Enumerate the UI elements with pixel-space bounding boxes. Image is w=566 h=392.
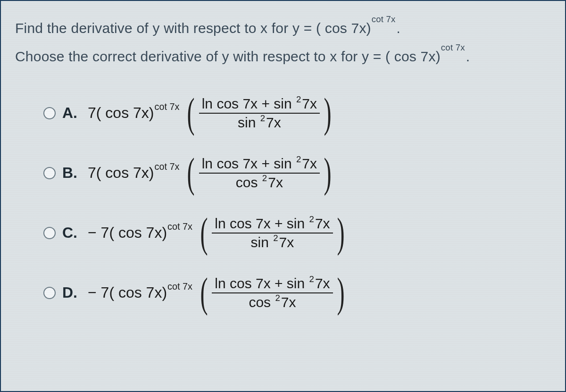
coef-a: 7( cos 7x) xyxy=(88,104,154,122)
radio-d[interactable] xyxy=(43,287,56,299)
den-c-2: 7x xyxy=(279,234,294,250)
options-group: A. 7( cos 7x)cot 7x ( ln cos 7x + sin 27… xyxy=(15,88,551,317)
prompt-exponent: cot 7x xyxy=(372,14,396,24)
num-c-1: ln cos 7x + sin xyxy=(215,216,305,232)
num-d-2: 7x xyxy=(315,275,330,292)
subprompt-text: Choose the correct derivative of y with … xyxy=(15,49,441,64)
option-letter-d: D. xyxy=(62,284,81,301)
option-c[interactable]: C. − 7( cos 7x)cot 7x ( ln cos 7x + sin … xyxy=(43,208,551,258)
coef-d: − 7( cos 7x) xyxy=(88,284,167,301)
den-a-1: sin xyxy=(238,115,256,131)
exp-c: cot 7x xyxy=(167,221,192,232)
option-b[interactable]: B. 7( cos 7x)cot 7x ( ln cos 7x + sin 27… xyxy=(43,148,551,198)
option-a[interactable]: A. 7( cos 7x)cot 7x ( ln cos 7x + sin 27… xyxy=(43,88,551,138)
radio-c[interactable] xyxy=(43,227,56,239)
fraction-c: ln cos 7x + sin 27x sin 27x xyxy=(212,215,333,251)
coef-c: − 7( cos 7x) xyxy=(88,224,167,242)
fraction-d: ln cos 7x + sin 27x cos 27x xyxy=(212,275,333,311)
den-a-2: 7x xyxy=(266,115,281,131)
option-letter-b: B. xyxy=(62,164,81,182)
question-page: Find the derivative of y with respect to… xyxy=(0,0,566,392)
exp-d: cot 7x xyxy=(167,281,192,292)
fraction-a: ln cos 7x + sin 27x sin 27x xyxy=(199,95,320,132)
option-d-expression: − 7( cos 7x)cot 7x ( ln cos 7x + sin 27x… xyxy=(88,275,348,311)
den-a-sup: 2 xyxy=(260,113,265,124)
den-d-sup: 2 xyxy=(275,293,280,303)
den-c-1: sin xyxy=(251,234,269,250)
radio-a[interactable] xyxy=(43,107,56,119)
left-paren-icon: ( xyxy=(187,99,195,128)
option-d[interactable]: D. − 7( cos 7x)cot 7x ( ln cos 7x + sin … xyxy=(43,268,551,317)
den-d-1: cos xyxy=(249,294,271,310)
num-b-1: ln cos 7x + sin xyxy=(202,156,292,172)
den-c-sup: 2 xyxy=(273,233,278,243)
question-prompt: Find the derivative of y with respect to… xyxy=(15,20,551,36)
subprompt-exponent: cot 7x xyxy=(441,42,465,52)
num-b-2: 7x xyxy=(302,156,317,172)
den-b-1: cos xyxy=(236,175,258,191)
num-a-sup: 2 xyxy=(296,94,301,105)
question-subprompt: Choose the correct derivative of y with … xyxy=(15,48,551,65)
den-b-sup: 2 xyxy=(262,173,267,183)
option-b-expression: 7( cos 7x)cot 7x ( ln cos 7x + sin 27x c… xyxy=(88,155,334,192)
right-paren-icon: ) xyxy=(337,278,344,308)
num-a-1: ln cos 7x + sin xyxy=(202,96,292,112)
option-c-expression: − 7( cos 7x)cot 7x ( ln cos 7x + sin 27x… xyxy=(88,215,348,251)
num-c-sup: 2 xyxy=(309,214,314,225)
coef-b: 7( cos 7x) xyxy=(88,164,154,182)
left-paren-icon: ( xyxy=(187,158,195,188)
prompt-text: Find the derivative of y with respect to… xyxy=(15,20,371,36)
num-d-1: ln cos 7x + sin xyxy=(215,275,305,292)
den-b-2: 7x xyxy=(268,175,283,191)
fraction-b: ln cos 7x + sin 27x cos 27x xyxy=(199,155,320,192)
den-d-2: 7x xyxy=(281,294,296,310)
exp-a: cot 7x xyxy=(154,101,179,112)
option-a-expression: 7( cos 7x)cot 7x ( ln cos 7x + sin 27x s… xyxy=(88,95,334,132)
right-paren-icon: ) xyxy=(337,218,344,248)
num-b-sup: 2 xyxy=(296,154,301,165)
right-paren-icon: ) xyxy=(324,99,332,128)
radio-b[interactable] xyxy=(43,167,56,179)
left-paren-icon: ( xyxy=(200,278,208,308)
num-c-2: 7x xyxy=(315,216,330,232)
option-letter-c: C. xyxy=(62,224,81,242)
right-paren-icon: ) xyxy=(324,158,332,188)
option-letter-a: A. xyxy=(62,104,81,122)
exp-b: cot 7x xyxy=(154,161,179,172)
num-a-2: 7x xyxy=(302,96,317,112)
left-paren-icon: ( xyxy=(200,218,208,248)
num-d-sup: 2 xyxy=(309,274,314,284)
